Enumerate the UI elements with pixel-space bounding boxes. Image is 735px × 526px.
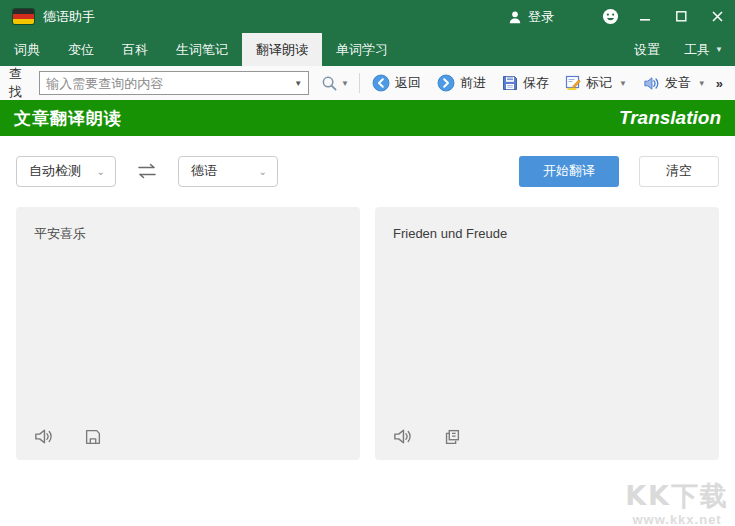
- tab-encyclopedia[interactable]: 百科: [108, 33, 162, 66]
- search-combobox: ▼: [39, 71, 309, 95]
- speaker-icon: [33, 426, 54, 447]
- search-icon: [321, 75, 338, 92]
- mark-label: 标记: [586, 74, 612, 92]
- source-speak-button[interactable]: [33, 426, 54, 447]
- tab-dictionary[interactable]: 词典: [0, 33, 54, 66]
- back-icon: [372, 74, 390, 92]
- target-language-value: 德语: [191, 162, 217, 180]
- tab-translation-reading[interactable]: 翻译朗读: [242, 33, 322, 66]
- translation-panels: 平安喜乐: [16, 207, 719, 460]
- pronounce-button[interactable]: 发音 ▼: [635, 69, 714, 97]
- source-text[interactable]: 平安喜乐: [34, 224, 342, 244]
- chevron-down-icon: ⌄: [97, 166, 105, 177]
- tab-word-study[interactable]: 单词学习: [322, 33, 402, 66]
- page-banner: 文章翻译朗读 Translation: [0, 100, 735, 136]
- speaker-blue-icon: [643, 75, 660, 92]
- language-row: 自动检测 ⌄ 德语 ⌄ 开始翻译 清空: [16, 155, 719, 187]
- source-text-panel[interactable]: 平安喜乐: [16, 207, 360, 460]
- find-label: 查找: [9, 65, 32, 101]
- close-button[interactable]: [699, 0, 735, 33]
- source-save-button[interactable]: [83, 426, 103, 447]
- floppy-icon: [502, 75, 518, 91]
- back-label: 返回: [395, 74, 421, 92]
- swap-arrows-icon: [135, 163, 159, 179]
- page-title: 文章翻译朗读: [14, 107, 122, 130]
- search-input[interactable]: [46, 76, 292, 91]
- page-title-en: Translation: [619, 107, 721, 129]
- watermark-url: www.kkx.net: [625, 513, 729, 526]
- clear-button[interactable]: 清空: [639, 156, 719, 187]
- toolbar-overflow-button[interactable]: »: [714, 76, 729, 91]
- toolbar: 查找 ▼ ▼ 返回 前进: [0, 66, 735, 100]
- forward-button[interactable]: 前进: [429, 69, 494, 97]
- minimize-button[interactable]: [627, 0, 663, 33]
- mark-button[interactable]: 标记 ▼: [557, 69, 635, 97]
- target-text: Frieden und Freude: [393, 224, 701, 244]
- swap-languages-button[interactable]: [135, 163, 159, 179]
- save-button[interactable]: 保存: [494, 69, 557, 97]
- user-icon: [508, 10, 522, 24]
- chevron-down-icon: ▼: [715, 45, 723, 54]
- forward-label: 前进: [460, 74, 486, 92]
- source-language-select[interactable]: 自动检测 ⌄: [16, 156, 116, 187]
- save-label: 保存: [523, 74, 549, 92]
- forward-icon: [437, 74, 455, 92]
- login-label: 登录: [528, 8, 554, 26]
- titlebar: 德语助手 登录: [0, 0, 735, 33]
- target-language-select[interactable]: 德语 ⌄: [178, 156, 278, 187]
- toolbar-separator: [359, 73, 360, 93]
- pronounce-label: 发音: [665, 74, 691, 92]
- settings-menu[interactable]: 设置: [622, 33, 672, 66]
- chevron-down-icon: ⌄: [259, 166, 267, 177]
- site-watermark: KK下载 www.kkx.net: [625, 482, 729, 526]
- watermark-logo: KK下载: [625, 482, 729, 509]
- pronounce-dropdown-icon[interactable]: ▼: [698, 79, 706, 88]
- search-dropdown-icon: ▼: [341, 79, 349, 88]
- maximize-button[interactable]: [663, 0, 699, 33]
- app-window: 德语助手 登录: [0, 0, 735, 526]
- mark-dropdown-icon[interactable]: ▼: [619, 79, 627, 88]
- tab-conjugation[interactable]: 变位: [54, 33, 108, 66]
- german-flag-icon: [13, 9, 34, 24]
- smiley-icon[interactable]: [594, 8, 627, 25]
- target-text-panel[interactable]: Frieden und Freude: [375, 207, 719, 460]
- save-outline-icon: [83, 427, 103, 447]
- speaker-icon: [392, 426, 413, 447]
- tab-vocab-notes[interactable]: 生词笔记: [162, 33, 242, 66]
- login-button[interactable]: 登录: [498, 8, 564, 26]
- app-title: 德语助手: [43, 8, 95, 26]
- marker-icon: [565, 75, 581, 91]
- source-language-value: 自动检测: [29, 162, 81, 180]
- menubar: 词典 变位 百科 生词笔记 翻译朗读 单词学习 设置 工具▼: [0, 33, 735, 66]
- target-copy-button[interactable]: [442, 426, 462, 447]
- combo-dropdown-icon[interactable]: ▼: [292, 79, 304, 88]
- copy-icon: [442, 427, 462, 447]
- search-button[interactable]: ▼: [315, 75, 355, 92]
- tools-menu[interactable]: 工具▼: [672, 33, 735, 66]
- start-translate-button[interactable]: 开始翻译: [519, 156, 619, 187]
- target-speak-button[interactable]: [392, 426, 413, 447]
- back-button[interactable]: 返回: [364, 69, 429, 97]
- translation-content: 自动检测 ⌄ 德语 ⌄ 开始翻译 清空 平安喜乐: [0, 136, 735, 526]
